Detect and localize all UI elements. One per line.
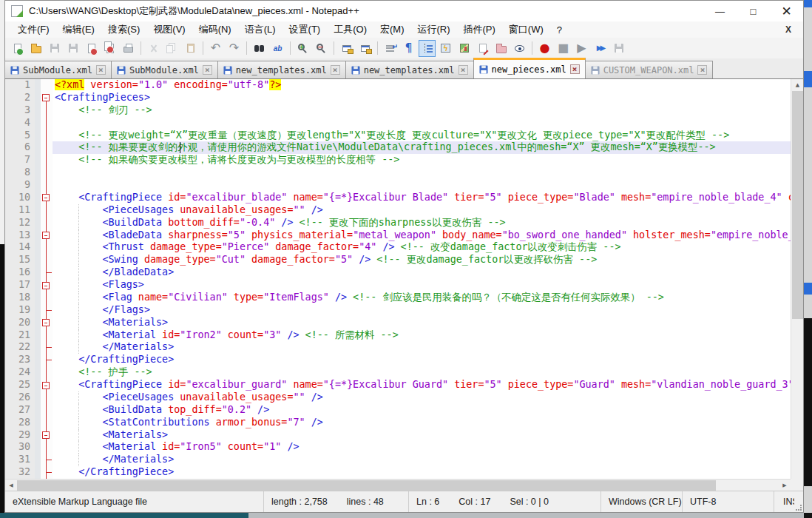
- bookmark-margin[interactable]: [35, 104, 41, 117]
- fold-margin[interactable]: [41, 241, 53, 254]
- menu-close-document-button[interactable]: X: [782, 24, 794, 36]
- bookmark-margin[interactable]: [35, 117, 41, 130]
- code-line-4[interactable]: 4: [5, 117, 791, 130]
- code-text[interactable]: </Flags>: [53, 304, 791, 317]
- print-icon[interactable]: [120, 40, 137, 57]
- code-line-32[interactable]: 32 </CraftingPiece>: [5, 466, 791, 479]
- code-line-23[interactable]: 23 </CraftingPiece>: [5, 354, 791, 366]
- fold-collapse-icon[interactable]: [42, 232, 50, 239]
- fold-margin[interactable]: [41, 229, 53, 242]
- resize-grip[interactable]: [794, 491, 803, 512]
- copy-icon[interactable]: [163, 40, 180, 57]
- bookmark-margin[interactable]: [35, 166, 41, 179]
- code-text[interactable]: <BuildData bottom_diff="-0.4" /> <!-- 更改…: [53, 217, 791, 229]
- menu-item-11[interactable]: 插件(P): [457, 21, 502, 38]
- code-text[interactable]: <BuildData top_diff="0.2" />: [53, 404, 791, 417]
- tab-submodule-xml[interactable]: SubModule.xml×: [111, 61, 218, 78]
- menu-item-13[interactable]: ?: [550, 23, 569, 37]
- bookmark-margin[interactable]: [35, 429, 41, 442]
- fold-margin[interactable]: [41, 317, 53, 329]
- code-text[interactable]: <!-- 如果确实要更改模型，请将长度更改为与更改模型的长度相等 -->: [53, 154, 791, 166]
- code-text[interactable]: <Material id="Iron5" count="1" />: [53, 441, 791, 454]
- code-text[interactable]: <!-- 更改weight=“X”更改重量（更改速度）更改length="X"更…: [53, 130, 791, 142]
- bookmark-margin[interactable]: [35, 341, 41, 354]
- bookmark-margin[interactable]: [35, 329, 41, 342]
- scroll-left-arrow[interactable]: ◀: [5, 480, 17, 491]
- fold-collapse-icon[interactable]: [42, 382, 50, 389]
- code-text[interactable]: [53, 117, 791, 130]
- bookmark-margin[interactable]: [35, 154, 41, 166]
- fold-margin[interactable]: [41, 466, 53, 479]
- code-text[interactable]: <!-- 剑刃 -->: [53, 104, 791, 117]
- bookmark-margin[interactable]: [35, 379, 41, 391]
- code-text[interactable]: <?xml version="1.0" encoding="utf-8"?>: [53, 79, 791, 92]
- code-line-8[interactable]: 8: [5, 166, 791, 179]
- code-text[interactable]: <CraftingPieces>: [53, 92, 791, 104]
- code-line-6[interactable]: 6 <!-- 如果要更改剑的外观，请使用你的游戏文件Native\ModuleD…: [5, 141, 791, 154]
- horizontal-scrollbar[interactable]: ◀ ▶: [5, 479, 791, 491]
- code-line-18[interactable]: 18 <Flag name="Civilian" type="ItemFlags…: [5, 292, 791, 304]
- code-text[interactable]: <CraftingPiece id="excalibur_blade" name…: [53, 192, 791, 204]
- vertical-scrollbar[interactable]: ▲ ▼: [791, 79, 803, 491]
- file-monitoring-icon[interactable]: [511, 40, 528, 57]
- fold-margin[interactable]: [41, 292, 53, 304]
- tab-close-icon[interactable]: ×: [203, 65, 212, 75]
- vertical-scrollbar-thumb[interactable]: [792, 91, 803, 319]
- code-line-24[interactable]: 24 <!-- 护手 -->: [5, 366, 791, 379]
- redo-icon[interactable]: ↷: [226, 40, 243, 57]
- new-file-icon[interactable]: [9, 40, 26, 57]
- bookmark-margin[interactable]: [35, 304, 41, 317]
- fold-margin[interactable]: [41, 366, 53, 379]
- code-line-20[interactable]: 20 <Materials>: [5, 317, 791, 329]
- code-line-21[interactable]: 21 <Material id="Iron2" count="3" /> <!-…: [5, 329, 791, 342]
- bookmark-margin[interactable]: [35, 229, 41, 242]
- tab-close-icon[interactable]: ×: [570, 64, 580, 74]
- bookmark-margin[interactable]: [35, 254, 41, 266]
- maximize-button[interactable]: □: [737, 1, 770, 21]
- code-line-1[interactable]: 1<?xml version="1.0" encoding="utf-8"?>: [5, 79, 791, 92]
- fold-margin[interactable]: [41, 130, 53, 142]
- tab-new-templates-xml[interactable]: new_templates.xml×: [345, 61, 474, 78]
- document-list-icon[interactable]: [474, 40, 491, 57]
- bookmark-margin[interactable]: [35, 417, 41, 429]
- status-eol-format[interactable]: Windows (CR LF): [601, 491, 683, 512]
- bookmark-margin[interactable]: [35, 279, 41, 292]
- macro-play-icon[interactable]: ▶: [573, 40, 590, 57]
- menu-item-8[interactable]: 工具(O): [327, 21, 373, 38]
- fold-margin[interactable]: [41, 154, 53, 166]
- tab-close-icon[interactable]: ×: [331, 65, 340, 75]
- code-line-16[interactable]: 16 </BladeData>: [5, 266, 791, 279]
- code-area[interactable]: 1<?xml version="1.0" encoding="utf-8"?>2…: [5, 79, 791, 479]
- folder-as-workspace-icon[interactable]: [493, 40, 510, 57]
- code-line-28[interactable]: 28 <StatContributions armor_bonus="7" />: [5, 417, 791, 429]
- editor[interactable]: 1<?xml version="1.0" encoding="utf-8"?>2…: [5, 79, 803, 491]
- paste-icon[interactable]: [182, 40, 199, 57]
- code-text[interactable]: </Materials>: [53, 454, 791, 466]
- bookmark-margin[interactable]: [35, 466, 41, 479]
- macro-record-icon[interactable]: ●: [536, 40, 553, 57]
- code-line-30[interactable]: 30 <Material id="Iron5" count="1" />: [5, 441, 791, 454]
- macro-save-icon[interactable]: [610, 40, 627, 57]
- code-line-15[interactable]: 15 <Swing damage_type="Cut" damage_facto…: [5, 254, 791, 266]
- fold-collapse-icon[interactable]: [42, 282, 50, 289]
- menu-item-2[interactable]: 编辑(E): [56, 21, 101, 38]
- fold-margin[interactable]: [41, 217, 53, 229]
- tab-close-icon[interactable]: ×: [459, 65, 468, 75]
- fold-collapse-icon[interactable]: [42, 194, 50, 201]
- word-wrap-icon[interactable]: [382, 40, 399, 57]
- bookmark-margin[interactable]: [35, 317, 41, 329]
- bookmark-margin[interactable]: [35, 266, 41, 279]
- save-icon[interactable]: [46, 40, 63, 57]
- code-line-7[interactable]: 7 <!-- 如果确实要更改模型，请将长度更改为与更改模型的长度相等 -->: [5, 154, 791, 166]
- code-line-13[interactable]: 13 <BladeData sharpness="5" physics_mate…: [5, 229, 791, 242]
- code-line-19[interactable]: 19 </Flags>: [5, 304, 791, 317]
- menu-item-10[interactable]: 运行(R): [410, 21, 456, 38]
- bookmark-margin[interactable]: [35, 241, 41, 254]
- find-icon[interactable]: [251, 40, 268, 57]
- bookmark-margin[interactable]: [35, 192, 41, 204]
- menu-item-1[interactable]: 文件(F): [11, 21, 56, 38]
- bookmark-margin[interactable]: [35, 441, 41, 454]
- document-map-icon[interactable]: [456, 40, 473, 57]
- fold-margin[interactable]: [41, 141, 53, 154]
- fold-margin[interactable]: [41, 354, 53, 366]
